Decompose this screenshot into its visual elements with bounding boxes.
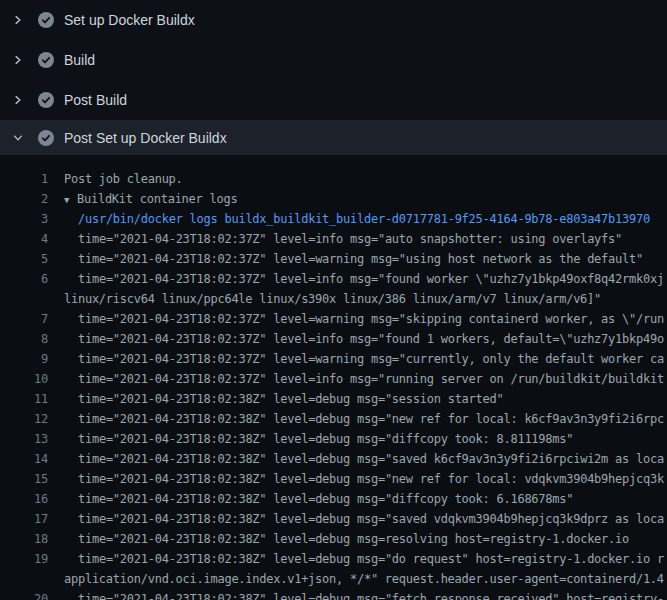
- log-text: time="2021-04-23T18:02:38Z" level=debug …: [78, 469, 664, 489]
- log-text: time="2021-04-23T18:02:37Z" level=warnin…: [78, 349, 664, 369]
- log-text: time="2021-04-23T18:02:38Z" level=debug …: [78, 389, 503, 409]
- log-text: time="2021-04-23T18:02:38Z" level=debug …: [78, 409, 664, 429]
- log-text: time="2021-04-23T18:02:37Z" level=info m…: [78, 229, 622, 249]
- log-row: 11time="2021-04-23T18:02:38Z" level=debu…: [0, 389, 667, 409]
- log-row: 5time="2021-04-23T18:02:37Z" level=warni…: [0, 249, 667, 269]
- log-row: 4time="2021-04-23T18:02:37Z" level=info …: [0, 229, 667, 249]
- line-number[interactable]: 7: [16, 309, 48, 329]
- log-text: time="2021-04-23T18:02:37Z" level=info m…: [78, 329, 664, 349]
- log-row: 20time="2021-04-23T18:02:38Z" level=debu…: [0, 589, 667, 600]
- check-circle-icon: [38, 12, 54, 28]
- log-text: time="2021-04-23T18:02:37Z" level=warnin…: [78, 249, 643, 269]
- line-number[interactable]: 8: [16, 329, 48, 349]
- log-text: time="2021-04-23T18:02:38Z" level=debug …: [78, 509, 664, 529]
- log-text: Post job cleanup.: [64, 169, 183, 189]
- log-text: time="2021-04-23T18:02:38Z" level=debug …: [78, 449, 664, 469]
- line-number[interactable]: 17: [16, 509, 48, 529]
- log-text: time="2021-04-23T18:02:38Z" level=debug …: [78, 529, 629, 549]
- line-number[interactable]: 11: [16, 389, 48, 409]
- log-row: 19time="2021-04-23T18:02:38Z" level=debu…: [0, 549, 667, 569]
- line-number: [16, 569, 48, 589]
- line-number[interactable]: 9: [16, 349, 48, 369]
- log-row: 9time="2021-04-23T18:02:37Z" level=warni…: [0, 349, 667, 369]
- step-row-build[interactable]: Build: [0, 40, 667, 80]
- chevron-right-icon: [12, 94, 24, 106]
- line-number[interactable]: 13: [16, 429, 48, 449]
- log-text: time="2021-04-23T18:02:38Z" level=debug …: [78, 489, 573, 509]
- chevron-right-icon: [12, 54, 24, 66]
- log-row: 14time="2021-04-23T18:02:38Z" level=debu…: [0, 449, 667, 469]
- steps-panel: Set up Docker Buildx Build Post Build Po…: [0, 0, 667, 155]
- log-row: 1Post job cleanup.: [0, 169, 667, 189]
- step-row-post-build[interactable]: Post Build: [0, 80, 667, 120]
- group-toggle-icon[interactable]: ▼: [64, 190, 77, 210]
- chevron-right-icon: [12, 14, 24, 26]
- line-number[interactable]: 20: [16, 589, 48, 600]
- line-number[interactable]: 2: [16, 189, 48, 209]
- log-row: linux/riscv64 linux/ppc64le linux/s390x …: [0, 289, 667, 309]
- log-row: 2▼BuildKit container logs: [0, 189, 667, 209]
- log-text: ▼BuildKit container logs: [64, 189, 237, 209]
- line-number[interactable]: 5: [16, 249, 48, 269]
- log-row: 10time="2021-04-23T18:02:37Z" level=info…: [0, 369, 667, 389]
- log-row: application/vnd.oci.image.index.v1+json,…: [0, 569, 667, 589]
- log-text: application/vnd.oci.image.index.v1+json,…: [64, 569, 664, 589]
- line-number[interactable]: 14: [16, 449, 48, 469]
- log-command-text: /usr/bin/docker logs buildx_buildkit_bui…: [78, 209, 650, 229]
- log-text: time="2021-04-23T18:02:37Z" level=warnin…: [78, 309, 664, 329]
- step-row-post-set-up-docker-buildx[interactable]: Post Set up Docker Buildx: [0, 120, 667, 155]
- line-number[interactable]: 16: [16, 489, 48, 509]
- log-row: 17time="2021-04-23T18:02:38Z" level=debu…: [0, 509, 667, 529]
- step-row-set-up-docker-buildx[interactable]: Set up Docker Buildx: [0, 0, 667, 40]
- check-circle-icon: [38, 52, 54, 68]
- check-circle-icon: [38, 92, 54, 108]
- log-panel: 1Post job cleanup.2▼BuildKit container l…: [0, 155, 667, 600]
- log-row: 15time="2021-04-23T18:02:38Z" level=debu…: [0, 469, 667, 489]
- log-row: 7time="2021-04-23T18:02:37Z" level=warni…: [0, 309, 667, 329]
- log-row: 13time="2021-04-23T18:02:38Z" level=debu…: [0, 429, 667, 449]
- line-number[interactable]: 15: [16, 469, 48, 489]
- line-number[interactable]: 19: [16, 549, 48, 569]
- log-row: 8time="2021-04-23T18:02:37Z" level=info …: [0, 329, 667, 349]
- chevron-down-icon: [12, 132, 24, 144]
- line-number[interactable]: 1: [16, 169, 48, 189]
- log-text: time="2021-04-23T18:02:38Z" level=debug …: [78, 429, 573, 449]
- check-circle-icon: [38, 130, 54, 146]
- log-row: 3/usr/bin/docker logs buildx_buildkit_bu…: [0, 209, 667, 229]
- log-row: 18time="2021-04-23T18:02:38Z" level=debu…: [0, 529, 667, 549]
- log-text: time="2021-04-23T18:02:37Z" level=info m…: [78, 369, 664, 389]
- step-label: Post Build: [64, 92, 127, 108]
- line-number[interactable]: 4: [16, 229, 48, 249]
- log-text: time="2021-04-23T18:02:37Z" level=info m…: [78, 269, 664, 289]
- log-text: linux/riscv64 linux/ppc64le linux/s390x …: [64, 289, 601, 309]
- line-number[interactable]: 18: [16, 529, 48, 549]
- step-label: Post Set up Docker Buildx: [64, 130, 227, 146]
- line-number[interactable]: 10: [16, 369, 48, 389]
- log-row: 16time="2021-04-23T18:02:38Z" level=debu…: [0, 489, 667, 509]
- line-number[interactable]: 12: [16, 409, 48, 429]
- step-label: Build: [64, 52, 95, 68]
- log-text: time="2021-04-23T18:02:38Z" level=debug …: [78, 589, 664, 600]
- line-number: [16, 289, 48, 309]
- log-row: 6time="2021-04-23T18:02:37Z" level=info …: [0, 269, 667, 289]
- step-label: Set up Docker Buildx: [64, 12, 195, 28]
- line-number[interactable]: 3: [16, 209, 48, 229]
- line-number[interactable]: 6: [16, 269, 48, 289]
- log-row: 12time="2021-04-23T18:02:38Z" level=debu…: [0, 409, 667, 429]
- log-text: time="2021-04-23T18:02:38Z" level=debug …: [78, 549, 664, 569]
